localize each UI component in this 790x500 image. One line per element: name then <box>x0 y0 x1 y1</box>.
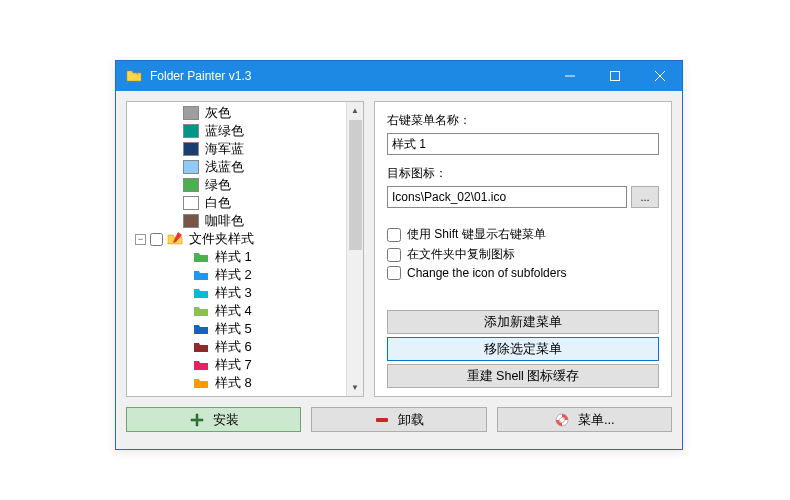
tree-color-item[interactable]: 蓝绿色 <box>127 122 363 140</box>
minus-icon <box>374 412 390 428</box>
folder-icon <box>193 357 209 373</box>
tree-label: 样式 4 <box>215 302 252 320</box>
menu-name-label: 右键菜单名称： <box>387 112 659 129</box>
tree-color-item[interactable]: 浅蓝色 <box>127 158 363 176</box>
button-label: 菜单... <box>578 411 615 429</box>
check-label: 使用 Shift 键显示右键菜单 <box>407 226 546 243</box>
minimize-button[interactable] <box>547 61 592 91</box>
svg-point-3 <box>559 417 564 422</box>
tree-panel: 灰色 蓝绿色 海军蓝 浅蓝色 绿色 白色 咖啡色 − 文件夹样式 样式 1 <box>126 101 364 397</box>
app-window: Folder Painter v1.3 灰色 蓝绿色 海军蓝 浅蓝色 绿色 白色… <box>115 60 683 450</box>
scroll-thumb[interactable] <box>349 120 362 250</box>
bottom-bar: 安装 卸载 菜单... <box>116 407 682 442</box>
tree-style-item[interactable]: 样式 5 <box>127 320 363 338</box>
color-swatch <box>183 124 199 138</box>
tree-label: 样式 2 <box>215 266 252 284</box>
add-menu-button[interactable]: 添加新建菜单 <box>387 310 659 334</box>
tree-label: 海军蓝 <box>205 140 244 158</box>
target-icon-input[interactable] <box>387 186 627 208</box>
tree-style-item[interactable]: 样式 8 <box>127 374 363 392</box>
folder-icon <box>193 321 209 337</box>
svg-rect-1 <box>376 418 388 422</box>
tree-label: 样式 7 <box>215 356 252 374</box>
tree-label: 咖啡色 <box>205 212 244 230</box>
subfolder-checkbox[interactable] <box>387 266 401 280</box>
browse-button[interactable]: ... <box>631 186 659 208</box>
rebuild-cache-button[interactable]: 重建 Shell 图标缓存 <box>387 364 659 388</box>
button-label: 安装 <box>213 411 239 429</box>
uninstall-button[interactable]: 卸载 <box>311 407 486 432</box>
style-parent-icon <box>167 231 183 247</box>
color-swatch <box>183 160 199 174</box>
tree-label: 样式 8 <box>215 374 252 392</box>
tree-label: 样式 1 <box>215 248 252 266</box>
install-button[interactable]: 安装 <box>126 407 301 432</box>
check-row-subfolder[interactable]: Change the icon of subfolders <box>387 266 659 280</box>
color-swatch <box>183 106 199 120</box>
remove-menu-button[interactable]: 移除选定菜单 <box>387 337 659 361</box>
tree-label: 样式 3 <box>215 284 252 302</box>
properties-panel: 右键菜单名称： 目标图标： ... 使用 Shift 键显示右键菜单 在文件夹中… <box>374 101 672 397</box>
app-icon <box>126 68 142 84</box>
title-text: Folder Painter v1.3 <box>150 69 547 83</box>
tree-color-item[interactable]: 咖啡色 <box>127 212 363 230</box>
folder-icon <box>193 303 209 319</box>
tree-label: 灰色 <box>205 104 231 122</box>
button-label: 卸载 <box>398 411 424 429</box>
color-swatch <box>183 142 199 156</box>
scroll-down-icon[interactable]: ▼ <box>347 379 363 396</box>
folder-icon <box>193 285 209 301</box>
scrollbar[interactable]: ▲ ▼ <box>346 102 363 396</box>
folder-icon <box>193 249 209 265</box>
tree-label: 绿色 <box>205 176 231 194</box>
tree-color-item[interactable]: 白色 <box>127 194 363 212</box>
styles-checkbox[interactable] <box>150 233 163 246</box>
color-swatch <box>183 178 199 192</box>
check-label: 在文件夹中复制图标 <box>407 246 515 263</box>
tree-label: 浅蓝色 <box>205 158 244 176</box>
color-swatch <box>183 196 199 210</box>
tree-label: 样式 5 <box>215 320 252 338</box>
tree-label: 蓝绿色 <box>205 122 244 140</box>
tree-parent-styles[interactable]: − 文件夹样式 <box>127 230 363 248</box>
tree-label: 文件夹样式 <box>189 230 254 248</box>
tree-color-item[interactable]: 灰色 <box>127 104 363 122</box>
folder-icon <box>193 339 209 355</box>
maximize-button[interactable] <box>592 61 637 91</box>
color-swatch <box>183 214 199 228</box>
tree-style-item[interactable]: 样式 7 <box>127 356 363 374</box>
check-label: Change the icon of subfolders <box>407 266 566 280</box>
menu-button[interactable]: 菜单... <box>497 407 672 432</box>
tree-label: 样式 6 <box>215 338 252 356</box>
expander-icon[interactable]: − <box>135 234 146 245</box>
target-icon-label: 目标图标： <box>387 165 659 182</box>
menu-name-input[interactable] <box>387 133 659 155</box>
tree-color-item[interactable]: 绿色 <box>127 176 363 194</box>
close-button[interactable] <box>637 61 682 91</box>
check-row-shift[interactable]: 使用 Shift 键显示右键菜单 <box>387 226 659 243</box>
titlebar: Folder Painter v1.3 <box>116 61 682 91</box>
tree-style-item[interactable]: 样式 6 <box>127 338 363 356</box>
tree: 灰色 蓝绿色 海军蓝 浅蓝色 绿色 白色 咖啡色 − 文件夹样式 样式 1 <box>127 104 363 392</box>
tree-style-item[interactable]: 样式 2 <box>127 266 363 284</box>
tree-style-item[interactable]: 样式 4 <box>127 302 363 320</box>
copy-checkbox[interactable] <box>387 248 401 262</box>
tree-color-item[interactable]: 海军蓝 <box>127 140 363 158</box>
content: 灰色 蓝绿色 海军蓝 浅蓝色 绿色 白色 咖啡色 − 文件夹样式 样式 1 <box>116 91 682 407</box>
check-row-copy[interactable]: 在文件夹中复制图标 <box>387 246 659 263</box>
tree-style-item[interactable]: 样式 1 <box>127 248 363 266</box>
folder-icon <box>193 267 209 283</box>
shift-checkbox[interactable] <box>387 228 401 242</box>
tree-label: 白色 <box>205 194 231 212</box>
folder-icon <box>193 375 209 391</box>
svg-rect-0 <box>610 72 619 81</box>
scroll-up-icon[interactable]: ▲ <box>347 102 363 119</box>
plus-icon <box>189 412 205 428</box>
tree-style-item[interactable]: 样式 3 <box>127 284 363 302</box>
lifebuoy-icon <box>554 412 570 428</box>
